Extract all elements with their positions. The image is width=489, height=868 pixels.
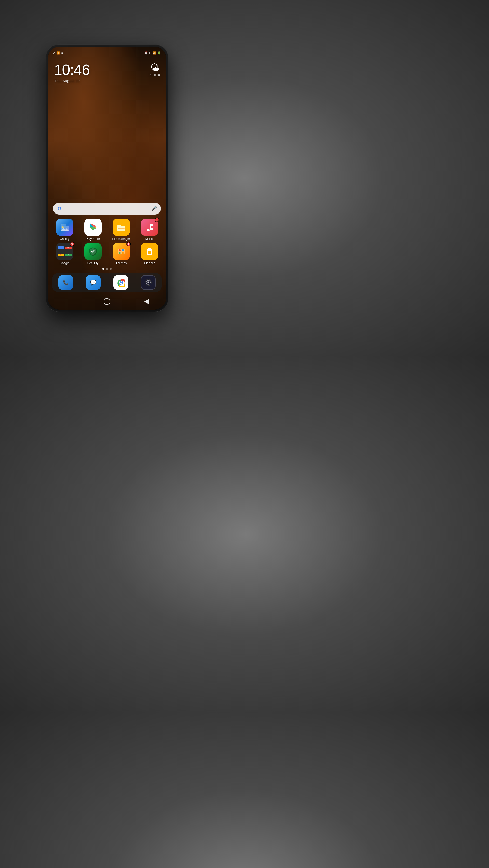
nav-recent-button[interactable] [63,297,72,306]
security-icon [84,243,102,260]
svg-point-38 [148,282,149,283]
app-cleaner[interactable]: Cleaner [135,243,164,265]
phone-device: ✓ 📶 ▣ ··· ⏰ ⊡ 📶 🔋 10:46 Thu, Augus [46,44,168,312]
nav-bar [48,296,166,310]
weather-widget: 🌤 No data [149,62,160,76]
dot-2 [106,268,108,270]
app-filemanager[interactable]: File Manager [107,219,135,241]
themes-icon: 1 [113,243,130,260]
app-music[interactable]: 1 Music [135,219,164,241]
dock-messages[interactable]: 💬 [80,275,107,290]
gallery-icon [56,219,74,236]
clock-block: 10:46 Thu, August 20 [54,62,90,83]
music-svg [144,222,155,232]
google-icon: 9 G ✉ 📍 ⋮ [56,243,74,260]
playstore-label: Play Store [86,237,100,241]
dot-1 [103,268,105,270]
chrome-svg [116,278,125,287]
clock-area: 10:46 Thu, August 20 🌤 No data [48,57,166,203]
cleaner-svg [144,246,155,257]
themes-badge: 1 [126,242,131,246]
screen-icon: ▣ [61,52,63,55]
alarm-icon: ⏰ [144,52,148,55]
svg-rect-26 [148,251,149,254]
search-bar[interactable]: G 🎤 [53,203,161,215]
phone-svg: 📞 [62,279,69,286]
back-icon [144,299,149,304]
signal-icon: 📶 [56,52,60,55]
dot-3 [110,268,112,270]
music-label: Music [145,237,153,241]
app-grid-row1: Gallery [48,219,166,243]
themes-label: Themes [116,261,126,265]
svg-rect-21 [119,252,121,254]
app-security[interactable]: Security [79,243,107,265]
svg-rect-12 [118,228,124,229]
messages-svg: 💬 [89,279,97,286]
playstore-icon [84,219,102,236]
phone-screen: ✓ 📶 ▣ ··· ⏰ ⊡ 📶 🔋 10:46 Thu, Augus [48,46,166,310]
music-badge: 1 [154,218,159,222]
dock-phone[interactable]: 📞 [52,275,80,290]
svg-rect-10 [117,225,121,227]
clock-time: 10:46 [54,62,90,77]
security-label: Security [87,261,98,265]
weather-icon: 🌤 [150,62,159,73]
mic-icon[interactable]: 🎤 [151,206,157,212]
svg-rect-22 [122,252,124,254]
svg-rect-20 [122,249,124,251]
camera-icon [141,275,155,290]
status-left: ✓ 📶 ▣ ··· [53,52,67,55]
security-svg [88,246,98,257]
svg-rect-4 [61,224,66,226]
chrome-icon [113,275,128,290]
gallery-svg [60,222,70,232]
themes-svg [116,246,126,257]
svg-rect-13 [118,229,122,230]
app-gallery[interactable]: Gallery [51,219,79,241]
page-dots [48,267,166,273]
nav-back-button[interactable] [142,297,151,306]
filemanager-icon [113,219,130,236]
nav-home-button[interactable] [103,297,112,306]
cleaner-icon [141,243,158,260]
svg-rect-19 [119,249,121,251]
svg-rect-27 [149,251,150,254]
music-icon: 1 [141,219,158,236]
svg-point-2 [62,226,64,228]
recent-icon [65,299,70,304]
app-playstore[interactable]: Play Store [79,219,107,241]
cleaner-label: Cleaner [144,261,154,265]
dock: 📞 💬 [52,273,162,292]
svg-point-14 [147,229,149,231]
wifi-icon: 📶 [152,52,156,55]
messages-icon: 💬 [86,275,100,290]
svg-point-35 [120,281,122,283]
app-themes[interactable]: 1 Themes [107,243,135,265]
google-label: Google [60,261,69,265]
svg-text:💬: 💬 [90,279,96,285]
dock-chrome[interactable] [107,275,135,290]
svg-text:G: G [58,206,62,212]
svg-rect-28 [150,251,151,254]
cast-icon: ⊡ [149,52,151,55]
google-logo: G [57,205,64,212]
svg-text:📞: 📞 [63,280,69,285]
gallery-label: Gallery [60,237,69,241]
home-icon [104,298,110,305]
battery-icon: 🔋 [157,52,161,55]
clock-row: 10:46 Thu, August 20 🌤 No data [54,62,160,83]
filemanager-label: File Manager [112,237,130,241]
google-badge: 9 [70,242,75,246]
svg-rect-11 [118,227,124,227]
camera-svg [144,279,152,286]
phone-icon: 📞 [58,275,73,290]
clock-date: Thu, August 20 [54,79,90,83]
filemanager-svg [116,222,126,232]
dock-camera[interactable] [135,275,162,290]
status-bar: ✓ 📶 ▣ ··· ⏰ ⊡ 📶 🔋 [48,46,166,57]
app-google[interactable]: 9 G ✉ 📍 ⋮ Google [51,243,79,265]
svg-point-15 [150,228,153,230]
app-grid-row2: 9 G ✉ 📍 ⋮ Google [48,243,166,267]
playstore-svg [88,222,98,232]
